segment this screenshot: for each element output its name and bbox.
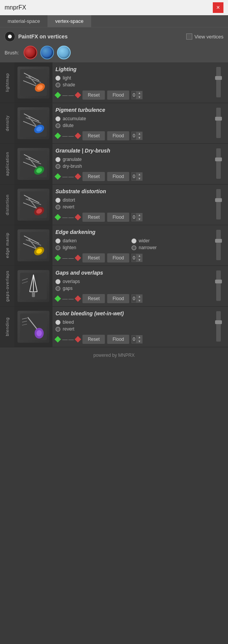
lightmap-slider-thumb[interactable]: [215, 76, 222, 80]
distortion-down-arrow[interactable]: ▼: [136, 217, 142, 221]
application-radio-granulate[interactable]: [55, 157, 60, 162]
edge-manip-option-darken[interactable]: darken: [55, 238, 130, 243]
distortion-diamond-red[interactable]: [74, 214, 81, 221]
gaps-overlaps-slider-thumb[interactable]: [215, 280, 222, 283]
application-flood-button[interactable]: Flood: [107, 172, 129, 181]
application-value[interactable]: 0: [131, 172, 136, 181]
edge-manip-reset-button[interactable]: Reset: [82, 253, 105, 262]
blending-flood-button[interactable]: Flood: [107, 335, 129, 344]
edge-manip-down-arrow[interactable]: ▼: [136, 258, 142, 262]
blending-slider-thumb[interactable]: [215, 320, 222, 324]
lightmap-radio-light[interactable]: [55, 76, 60, 81]
gaps-overlaps-value[interactable]: 0: [131, 294, 136, 303]
lightmap-reset-button[interactable]: Reset: [82, 91, 105, 100]
blending-radio-revert[interactable]: [55, 327, 60, 332]
edge-manip-value[interactable]: 0: [131, 254, 136, 262]
blending-diamond-green[interactable]: [55, 336, 61, 343]
application-slider-thumb[interactable]: [215, 157, 222, 161]
edge-manip-flood-button[interactable]: Flood: [107, 253, 129, 262]
edge-manip-up-arrow[interactable]: ▲: [136, 254, 142, 258]
density-down-arrow[interactable]: ▼: [136, 136, 142, 140]
edge-manip-radio-lighten[interactable]: [55, 245, 60, 250]
distortion-flood-button[interactable]: Flood: [107, 213, 129, 222]
edge-manip-radio-darken[interactable]: [55, 239, 60, 243]
density-value[interactable]: 0: [131, 132, 136, 140]
lightmap-diamond-red[interactable]: [74, 92, 81, 99]
application-diamond-green[interactable]: [55, 173, 61, 180]
blending-option-revert[interactable]: revert: [55, 326, 206, 332]
lightmap-option-shade[interactable]: shade: [55, 82, 206, 87]
gaps-overlaps-option-overlaps[interactable]: overlaps: [55, 279, 206, 284]
lightmap-slider-track[interactable]: [216, 67, 221, 97]
edge-manip-diamond-red[interactable]: [74, 255, 81, 261]
blending-radio-bleed[interactable]: [55, 320, 60, 325]
view-vertices-checkbox[interactable]: [186, 33, 192, 40]
edge-manip-slider-thumb[interactable]: [215, 239, 222, 243]
blending-option-bleed[interactable]: bleed: [55, 320, 206, 325]
tab-material-space[interactable]: material-space: [0, 15, 48, 27]
blending-slider-track[interactable]: [216, 311, 221, 342]
edge-manip-option-wider[interactable]: wider: [131, 238, 206, 243]
edge-manip-diamond-green[interactable]: [55, 255, 61, 261]
close-button[interactable]: ×: [213, 2, 223, 13]
distortion-radio-distort[interactable]: [55, 198, 60, 203]
brush-sphere-red[interactable]: [24, 46, 37, 59]
density-flood-button[interactable]: Flood: [107, 131, 129, 140]
density-option-dilute[interactable]: dilute: [55, 123, 206, 128]
application-reset-button[interactable]: Reset: [82, 172, 105, 181]
edge-manip-radio-wider[interactable]: [131, 239, 136, 243]
density-option-accumulate[interactable]: accumulate: [55, 116, 206, 121]
lightmap-down-arrow[interactable]: ▼: [136, 95, 142, 99]
lightmap-value[interactable]: 0: [131, 91, 136, 99]
gaps-overlaps-slider-track[interactable]: [216, 270, 221, 301]
distortion-slider-track[interactable]: [216, 189, 221, 219]
gaps-overlaps-flood-button[interactable]: Flood: [107, 294, 129, 303]
application-up-arrow[interactable]: ▲: [136, 172, 142, 177]
gaps-overlaps-diamond-red[interactable]: [74, 296, 81, 302]
density-diamond-green[interactable]: [55, 133, 61, 139]
gaps-overlaps-reset-button[interactable]: Reset: [82, 294, 105, 303]
density-slider-track[interactable]: [216, 108, 221, 138]
distortion-radio-revert[interactable]: [55, 205, 60, 210]
distortion-value[interactable]: 0: [131, 213, 136, 221]
blending-reset-button[interactable]: Reset: [82, 335, 105, 344]
application-down-arrow[interactable]: ▼: [136, 177, 142, 181]
edge-manip-radio-narrower[interactable]: [131, 245, 136, 250]
blending-diamond-red[interactable]: [74, 336, 81, 343]
blending-up-arrow[interactable]: ▲: [136, 335, 142, 339]
edge-manip-option-lighten[interactable]: lighten: [55, 245, 130, 250]
distortion-option-distort[interactable]: distort: [55, 197, 206, 203]
edge-manip-slider-track[interactable]: [216, 230, 221, 260]
application-option-granulate[interactable]: granulate: [55, 157, 206, 162]
density-reset-button[interactable]: Reset: [82, 131, 105, 140]
density-diamond-red[interactable]: [74, 133, 81, 139]
application-slider-track[interactable]: [216, 148, 221, 179]
gaps-overlaps-diamond-green[interactable]: [55, 296, 61, 302]
brush-sphere-blue-dark[interactable]: [40, 46, 54, 59]
gaps-overlaps-radio-overlaps[interactable]: [55, 279, 60, 284]
density-up-arrow[interactable]: ▲: [136, 132, 142, 136]
gaps-overlaps-up-arrow[interactable]: ▲: [136, 294, 142, 299]
lightmap-radio-shade[interactable]: [55, 83, 60, 87]
distortion-diamond-green[interactable]: [55, 214, 61, 221]
blending-down-arrow[interactable]: ▼: [136, 339, 142, 343]
gaps-overlaps-down-arrow[interactable]: ▼: [136, 299, 142, 303]
lightmap-up-arrow[interactable]: ▲: [136, 91, 142, 95]
density-radio-accumulate[interactable]: [55, 116, 60, 121]
distortion-slider-thumb[interactable]: [215, 198, 222, 202]
gaps-overlaps-option-gaps[interactable]: gaps: [55, 286, 206, 291]
distortion-reset-button[interactable]: Reset: [82, 213, 105, 222]
lightmap-flood-button[interactable]: Flood: [107, 91, 129, 100]
blending-value[interactable]: 0: [131, 335, 136, 343]
density-slider-thumb[interactable]: [215, 117, 222, 121]
lightmap-option-light[interactable]: light: [55, 75, 206, 81]
gaps-overlaps-radio-gaps[interactable]: [55, 286, 60, 291]
eye-icon[interactable]: [5, 31, 15, 42]
brush-sphere-blue-light[interactable]: [57, 46, 71, 59]
distortion-up-arrow[interactable]: ▲: [136, 213, 142, 217]
application-radio-dry-brush[interactable]: [55, 164, 60, 169]
application-diamond-red[interactable]: [74, 173, 81, 180]
lightmap-diamond-green[interactable]: [55, 92, 61, 99]
tab-vertex-space[interactable]: vertex-space: [48, 15, 91, 27]
application-option-dry-brush[interactable]: dry-brush: [55, 164, 206, 169]
